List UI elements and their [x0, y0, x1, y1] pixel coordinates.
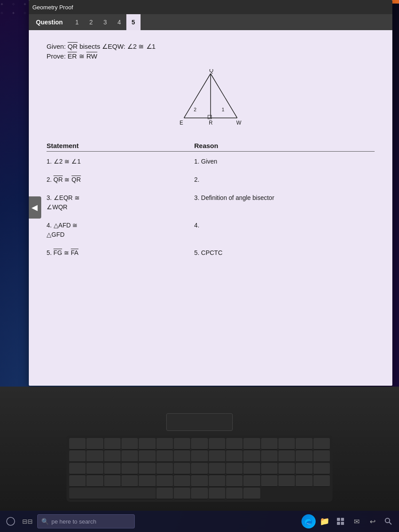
svg-text:E: E — [180, 120, 183, 126]
reason-3: 3. Definition of angle bisector — [194, 193, 375, 203]
prove-text: Prove: ER ≅ RW — [47, 52, 375, 60]
desktop: Geometry Proof Question 1 2 3 4 5 ◀ Give… — [0, 0, 399, 532]
svg-rect-14 — [341, 518, 344, 521]
question-label: Question — [29, 14, 70, 30]
back-button[interactable]: ↩ — [365, 514, 379, 528]
reason-header: Reason — [194, 142, 375, 149]
svg-text:W: W — [236, 120, 242, 126]
svg-text:2: 2 — [194, 107, 196, 112]
keyboard — [66, 435, 332, 502]
tab-2[interactable]: 2 — [84, 14, 98, 30]
taskbar-right-icons: 📁 ✉ ↩ — [301, 514, 395, 528]
svg-point-17 — [385, 518, 390, 523]
proof-row-3: 3. ∠EQR ≅∠WQR 3. Definition of angle bis… — [47, 193, 375, 212]
proof-table: Statement Reason 1. ∠2 ≅ ∠1 1. Given 2. … — [47, 142, 375, 258]
proof-row-4: 4. △AFD ≅△GFD 4. — [47, 221, 375, 239]
statement-1: 1. ∠2 ≅ ∠1 — [47, 157, 194, 166]
statement-header: Statement — [47, 142, 194, 149]
diagram-container: Q E W R 2 1 — [47, 69, 375, 131]
svg-point-11 — [7, 517, 15, 525]
svg-rect-16 — [341, 522, 344, 525]
tab-4[interactable]: 4 — [112, 14, 126, 30]
search-input-text: pe here to search — [51, 518, 96, 525]
app-window: Geometry Proof Question 1 2 3 4 5 ◀ Give… — [29, 0, 392, 386]
reason-5: 5. CPCTC — [194, 248, 375, 258]
tab-3[interactable]: 3 — [98, 14, 112, 30]
svg-rect-15 — [337, 522, 340, 525]
touchpad[interactable] — [166, 413, 233, 431]
svg-line-0 — [184, 74, 211, 118]
windows-button[interactable] — [4, 514, 18, 528]
given-text: Given: QR bisects ∠EQW: ∠2 ≅ ∠1 — [47, 43, 375, 51]
windows-store-icon[interactable] — [333, 514, 348, 528]
triangle-diagram: Q E W R 2 1 — [171, 69, 250, 131]
reason-1: 1. Given — [194, 157, 375, 166]
taskbar: ⊟⊟ 🔍 pe here to search 📁 — [0, 511, 399, 532]
svg-rect-4 — [208, 115, 211, 119]
back-arrow-button[interactable]: ◀ — [29, 196, 41, 219]
statement-4: 4. △AFD ≅△GFD — [47, 221, 194, 239]
statement-3: 3. ∠EQR ≅∠WQR — [47, 193, 194, 212]
reason-2: 2. — [194, 175, 375, 184]
search-icon[interactable] — [381, 514, 395, 528]
content-area: ◀ Given: QR bisects ∠EQW: ∠2 ≅ ∠1 Prove:… — [29, 30, 392, 385]
statement-5: 5. FG ≅ FA — [47, 248, 194, 258]
task-view-button[interactable]: ⊟⊟ — [20, 514, 35, 528]
svg-text:Q: Q — [209, 69, 213, 74]
title-bar: Geometry Proof — [29, 0, 392, 14]
svg-line-18 — [389, 522, 391, 524]
tab-bar: Question 1 2 3 4 5 — [29, 14, 392, 30]
proof-header: Statement Reason — [47, 142, 375, 152]
svg-rect-13 — [337, 518, 340, 521]
svg-text:R: R — [209, 120, 213, 126]
proof-row-1: 1. ∠2 ≅ ∠1 1. Given — [47, 157, 375, 166]
file-explorer-icon[interactable]: 📁 — [317, 514, 332, 528]
tab-5[interactable]: 5 — [126, 14, 141, 30]
tab-1[interactable]: 1 — [70, 14, 84, 30]
title-bar-text: Geometry Proof — [32, 4, 73, 11]
edge-icon[interactable] — [301, 514, 316, 528]
laptop-keyboard-area — [0, 387, 399, 511]
svg-text:1: 1 — [222, 107, 224, 112]
proof-row-5: 5. FG ≅ FA 5. CPCTC — [47, 248, 375, 258]
proof-row-2: 2. QR ≅ QR 2. — [47, 175, 375, 184]
given-prove-section: Given: QR bisects ∠EQW: ∠2 ≅ ∠1 Prove: E… — [47, 43, 375, 60]
mail-icon[interactable]: ✉ — [349, 514, 364, 528]
statement-2: 2. QR ≅ QR — [47, 175, 194, 184]
reason-4: 4. — [194, 221, 375, 230]
search-bar[interactable]: 🔍 pe here to search — [37, 514, 135, 528]
